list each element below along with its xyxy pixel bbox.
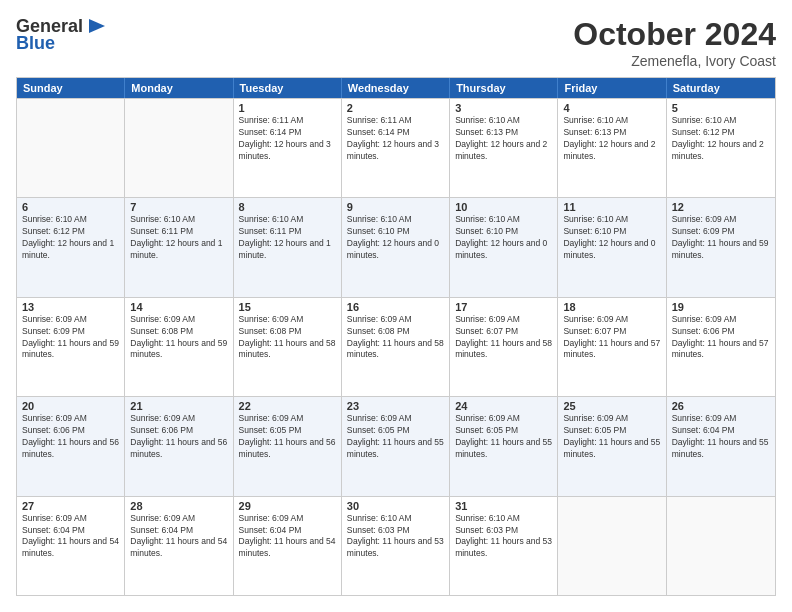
day-number: 28	[130, 500, 227, 512]
day-number: 2	[347, 102, 444, 114]
day-info: Sunrise: 6:09 AMSunset: 6:09 PMDaylight:…	[22, 314, 119, 362]
calendar: SundayMondayTuesdayWednesdayThursdayFrid…	[16, 77, 776, 596]
day-number: 25	[563, 400, 660, 412]
day-number: 18	[563, 301, 660, 313]
day-info: Sunrise: 6:09 AMSunset: 6:04 PMDaylight:…	[22, 513, 119, 561]
calendar-cell: 5Sunrise: 6:10 AMSunset: 6:12 PMDaylight…	[667, 99, 775, 197]
calendar-cell: 9Sunrise: 6:10 AMSunset: 6:10 PMDaylight…	[342, 198, 450, 296]
calendar-cell: 12Sunrise: 6:09 AMSunset: 6:09 PMDayligh…	[667, 198, 775, 296]
day-number: 27	[22, 500, 119, 512]
day-info: Sunrise: 6:09 AMSunset: 6:07 PMDaylight:…	[563, 314, 660, 362]
day-info: Sunrise: 6:09 AMSunset: 6:08 PMDaylight:…	[130, 314, 227, 362]
calendar-cell: 21Sunrise: 6:09 AMSunset: 6:06 PMDayligh…	[125, 397, 233, 495]
day-info: Sunrise: 6:10 AMSunset: 6:11 PMDaylight:…	[130, 214, 227, 262]
day-info: Sunrise: 6:10 AMSunset: 6:03 PMDaylight:…	[347, 513, 444, 561]
day-number: 12	[672, 201, 770, 213]
day-info: Sunrise: 6:10 AMSunset: 6:10 PMDaylight:…	[347, 214, 444, 262]
weekday-header: Sunday	[17, 78, 125, 98]
calendar-row: 27Sunrise: 6:09 AMSunset: 6:04 PMDayligh…	[17, 496, 775, 595]
day-number: 29	[239, 500, 336, 512]
weekday-header: Monday	[125, 78, 233, 98]
day-number: 11	[563, 201, 660, 213]
title-area: October 2024 Zemenefla, Ivory Coast	[573, 16, 776, 69]
calendar-row: 20Sunrise: 6:09 AMSunset: 6:06 PMDayligh…	[17, 396, 775, 495]
day-info: Sunrise: 6:10 AMSunset: 6:13 PMDaylight:…	[455, 115, 552, 163]
calendar-cell: 4Sunrise: 6:10 AMSunset: 6:13 PMDaylight…	[558, 99, 666, 197]
day-info: Sunrise: 6:10 AMSunset: 6:11 PMDaylight:…	[239, 214, 336, 262]
day-info: Sunrise: 6:10 AMSunset: 6:03 PMDaylight:…	[455, 513, 552, 561]
calendar-cell: 18Sunrise: 6:09 AMSunset: 6:07 PMDayligh…	[558, 298, 666, 396]
day-number: 14	[130, 301, 227, 313]
calendar-cell: 20Sunrise: 6:09 AMSunset: 6:06 PMDayligh…	[17, 397, 125, 495]
day-info: Sunrise: 6:09 AMSunset: 6:05 PMDaylight:…	[347, 413, 444, 461]
calendar-cell: 22Sunrise: 6:09 AMSunset: 6:05 PMDayligh…	[234, 397, 342, 495]
day-info: Sunrise: 6:09 AMSunset: 6:04 PMDaylight:…	[672, 413, 770, 461]
calendar-cell: 3Sunrise: 6:10 AMSunset: 6:13 PMDaylight…	[450, 99, 558, 197]
calendar-cell: 6Sunrise: 6:10 AMSunset: 6:12 PMDaylight…	[17, 198, 125, 296]
day-number: 15	[239, 301, 336, 313]
calendar-header: SundayMondayTuesdayWednesdayThursdayFrid…	[17, 78, 775, 98]
day-number: 19	[672, 301, 770, 313]
day-info: Sunrise: 6:09 AMSunset: 6:05 PMDaylight:…	[239, 413, 336, 461]
day-number: 17	[455, 301, 552, 313]
day-info: Sunrise: 6:10 AMSunset: 6:10 PMDaylight:…	[455, 214, 552, 262]
day-number: 13	[22, 301, 119, 313]
day-info: Sunrise: 6:10 AMSunset: 6:10 PMDaylight:…	[563, 214, 660, 262]
calendar-cell: 14Sunrise: 6:09 AMSunset: 6:08 PMDayligh…	[125, 298, 233, 396]
weekday-header: Saturday	[667, 78, 775, 98]
calendar-cell: 19Sunrise: 6:09 AMSunset: 6:06 PMDayligh…	[667, 298, 775, 396]
calendar-row: 13Sunrise: 6:09 AMSunset: 6:09 PMDayligh…	[17, 297, 775, 396]
day-info: Sunrise: 6:09 AMSunset: 6:06 PMDaylight:…	[22, 413, 119, 461]
day-info: Sunrise: 6:09 AMSunset: 6:04 PMDaylight:…	[239, 513, 336, 561]
calendar-cell: 30Sunrise: 6:10 AMSunset: 6:03 PMDayligh…	[342, 497, 450, 595]
day-number: 5	[672, 102, 770, 114]
day-info: Sunrise: 6:09 AMSunset: 6:08 PMDaylight:…	[347, 314, 444, 362]
location-subtitle: Zemenefla, Ivory Coast	[573, 53, 776, 69]
day-number: 4	[563, 102, 660, 114]
day-info: Sunrise: 6:09 AMSunset: 6:08 PMDaylight:…	[239, 314, 336, 362]
calendar-cell: 8Sunrise: 6:10 AMSunset: 6:11 PMDaylight…	[234, 198, 342, 296]
day-number: 23	[347, 400, 444, 412]
calendar-cell: 17Sunrise: 6:09 AMSunset: 6:07 PMDayligh…	[450, 298, 558, 396]
day-info: Sunrise: 6:09 AMSunset: 6:06 PMDaylight:…	[130, 413, 227, 461]
calendar-cell	[125, 99, 233, 197]
calendar-cell	[558, 497, 666, 595]
calendar-cell: 15Sunrise: 6:09 AMSunset: 6:08 PMDayligh…	[234, 298, 342, 396]
day-number: 1	[239, 102, 336, 114]
day-number: 7	[130, 201, 227, 213]
calendar-cell: 7Sunrise: 6:10 AMSunset: 6:11 PMDaylight…	[125, 198, 233, 296]
day-number: 26	[672, 400, 770, 412]
header: General Blue October 2024 Zemenefla, Ivo…	[16, 16, 776, 69]
calendar-cell: 24Sunrise: 6:09 AMSunset: 6:05 PMDayligh…	[450, 397, 558, 495]
day-number: 24	[455, 400, 552, 412]
calendar-cell: 11Sunrise: 6:10 AMSunset: 6:10 PMDayligh…	[558, 198, 666, 296]
month-title: October 2024	[573, 16, 776, 53]
day-number: 21	[130, 400, 227, 412]
day-number: 30	[347, 500, 444, 512]
day-info: Sunrise: 6:10 AMSunset: 6:12 PMDaylight:…	[22, 214, 119, 262]
calendar-cell: 16Sunrise: 6:09 AMSunset: 6:08 PMDayligh…	[342, 298, 450, 396]
day-number: 20	[22, 400, 119, 412]
day-number: 16	[347, 301, 444, 313]
logo-icon	[85, 17, 107, 35]
page: General Blue October 2024 Zemenefla, Ivo…	[0, 0, 792, 612]
calendar-row: 6Sunrise: 6:10 AMSunset: 6:12 PMDaylight…	[17, 197, 775, 296]
calendar-cell: 10Sunrise: 6:10 AMSunset: 6:10 PMDayligh…	[450, 198, 558, 296]
day-info: Sunrise: 6:11 AMSunset: 6:14 PMDaylight:…	[239, 115, 336, 163]
day-number: 22	[239, 400, 336, 412]
calendar-cell	[17, 99, 125, 197]
calendar-cell: 26Sunrise: 6:09 AMSunset: 6:04 PMDayligh…	[667, 397, 775, 495]
weekday-header: Thursday	[450, 78, 558, 98]
day-number: 3	[455, 102, 552, 114]
calendar-cell: 23Sunrise: 6:09 AMSunset: 6:05 PMDayligh…	[342, 397, 450, 495]
day-info: Sunrise: 6:09 AMSunset: 6:07 PMDaylight:…	[455, 314, 552, 362]
weekday-header: Wednesday	[342, 78, 450, 98]
calendar-cell: 1Sunrise: 6:11 AMSunset: 6:14 PMDaylight…	[234, 99, 342, 197]
day-info: Sunrise: 6:09 AMSunset: 6:05 PMDaylight:…	[563, 413, 660, 461]
calendar-cell: 13Sunrise: 6:09 AMSunset: 6:09 PMDayligh…	[17, 298, 125, 396]
day-number: 10	[455, 201, 552, 213]
logo-blue: Blue	[16, 33, 55, 54]
calendar-body: 1Sunrise: 6:11 AMSunset: 6:14 PMDaylight…	[17, 98, 775, 595]
day-info: Sunrise: 6:09 AMSunset: 6:09 PMDaylight:…	[672, 214, 770, 262]
day-info: Sunrise: 6:10 AMSunset: 6:12 PMDaylight:…	[672, 115, 770, 163]
